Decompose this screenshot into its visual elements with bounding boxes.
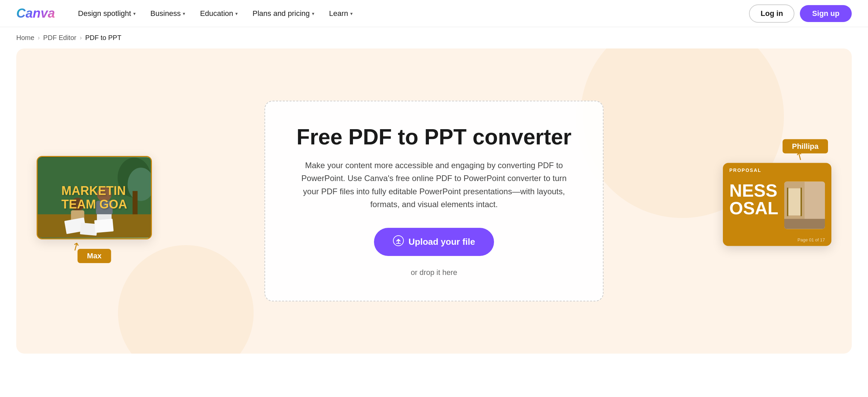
converter-card: Free PDF to PPT converter Make your cont… <box>264 101 604 302</box>
corner-handle-br <box>827 242 831 246</box>
nav-item-design-spotlight[interactable]: Design spotlight ▾ <box>71 6 142 21</box>
left-card-inner: MARKETINTEAM GOA <box>37 156 152 239</box>
max-badge: Max <box>78 249 111 263</box>
breadcrumb: Home › PDF Editor › PDF to PPT <box>0 27 868 48</box>
nav-item-business[interactable]: Business ▾ <box>144 6 192 21</box>
right-card-header: PROPOSAL <box>724 164 830 176</box>
breadcrumb-home[interactable]: Home <box>16 34 34 42</box>
upload-icon <box>393 235 404 249</box>
right-card-inner: PROPOSAL NESSOSAL <box>723 163 831 246</box>
nav-actions: Log in Sign up <box>749 4 852 23</box>
right-card-text: NESSOSAL <box>729 182 780 229</box>
hero-section: MARKETINTEAM GOA ↗ Max Free PDF to PPT c… <box>16 48 852 354</box>
right-preview-card: Phillipa ↗ PROPOSAL NESSOSAL <box>723 156 831 246</box>
nav-links: Design spotlight ▾ Business ▾ Education … <box>71 6 749 21</box>
hero-bg-shape-2 <box>118 245 254 354</box>
breadcrumb-separator: › <box>38 34 40 41</box>
right-card-big-text: NESSOSAL <box>729 182 780 217</box>
chevron-down-icon: ▾ <box>183 11 185 16</box>
chevron-down-icon: ▾ <box>350 11 353 16</box>
chevron-down-icon: ▾ <box>235 11 238 16</box>
breadcrumb-current: PDF to PPT <box>85 34 121 42</box>
nav-item-plans[interactable]: Plans and pricing ▾ <box>246 6 321 21</box>
svg-rect-16 <box>788 188 801 216</box>
right-card-footer: Page 01 of 17 <box>724 235 830 245</box>
nav-item-learn[interactable]: Learn ▾ <box>322 6 359 21</box>
right-card-content: NESSOSAL <box>724 176 830 235</box>
svg-rect-18 <box>801 188 802 216</box>
left-card-marketing-text: MARKETINTEAM GOA <box>55 177 134 218</box>
svg-rect-19 <box>784 219 825 229</box>
nav-item-education[interactable]: Education ▾ <box>193 6 244 21</box>
svg-rect-12 <box>94 219 114 233</box>
logo[interactable]: Canva <box>16 6 55 21</box>
right-card-image <box>784 182 825 229</box>
signup-button[interactable]: Sign up <box>800 5 852 22</box>
drop-text: or drop it here <box>292 268 576 277</box>
upload-button[interactable]: Upload your file <box>374 228 494 256</box>
chevron-down-icon: ▾ <box>133 11 136 16</box>
converter-title: Free PDF to PPT converter <box>292 125 576 149</box>
left-card-image: MARKETINTEAM GOA <box>38 157 151 238</box>
breadcrumb-separator: › <box>80 34 82 41</box>
left-preview-card: MARKETINTEAM GOA ↗ Max <box>37 156 152 246</box>
upload-area: Upload your file or drop it here <box>292 228 576 277</box>
breadcrumb-pdf-editor[interactable]: PDF Editor <box>43 34 76 42</box>
navbar: Canva Design spotlight ▾ Business ▾ Educ… <box>0 0 868 27</box>
chevron-down-icon: ▾ <box>312 11 314 16</box>
login-button[interactable]: Log in <box>749 4 794 23</box>
svg-rect-17 <box>787 188 788 216</box>
converter-description: Make your content more accessible and en… <box>298 159 570 211</box>
